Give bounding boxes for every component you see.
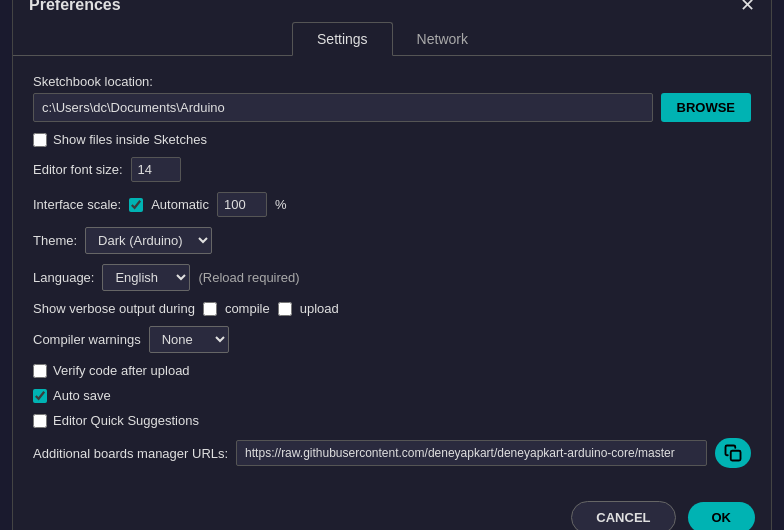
verbose-row: Show verbose output during compile uploa… [33, 301, 751, 316]
urls-row: Additional boards manager URLs: [33, 438, 751, 468]
urls-input[interactable] [236, 440, 707, 466]
font-size-input[interactable] [131, 157, 181, 182]
compiler-warnings-row: Compiler warnings None Default More All [33, 326, 751, 353]
footer: CANCEL OK [571, 501, 755, 530]
upload-checkbox[interactable] [278, 302, 292, 316]
preferences-dialog: Preferences ✕ Settings Network Sketchboo… [12, 0, 772, 530]
quick-suggestions-row: Editor Quick Suggestions [33, 413, 751, 428]
url-copy-button[interactable] [715, 438, 751, 468]
interface-scale-row: Interface scale: Automatic % [33, 192, 751, 217]
title-bar: Preferences ✕ [13, 0, 771, 22]
verify-label: Verify code after upload [53, 363, 190, 378]
cancel-button[interactable]: CANCEL [571, 501, 675, 530]
tab-network[interactable]: Network [393, 22, 492, 55]
compile-label: compile [225, 301, 270, 316]
sketchbook-label: Sketchbook location: [33, 74, 153, 89]
sketchbook-input[interactable] [33, 93, 653, 122]
autosave-label: Auto save [53, 388, 111, 403]
reload-note: (Reload required) [198, 270, 299, 285]
theme-select[interactable]: Dark (Arduino) Light System Default [85, 227, 212, 254]
dialog-title: Preferences [29, 0, 121, 14]
theme-row: Theme: Dark (Arduino) Light System Defau… [33, 227, 751, 254]
interface-scale-label: Interface scale: [33, 197, 121, 212]
compile-checkbox[interactable] [203, 302, 217, 316]
verbose-label: Show verbose output during [33, 301, 195, 316]
autosave-checkbox[interactable] [33, 389, 47, 403]
tabs-container: Settings Network [13, 22, 771, 56]
automatic-checkbox[interactable] [129, 198, 143, 212]
quick-suggestions-label: Editor Quick Suggestions [53, 413, 199, 428]
scale-value-input[interactable] [217, 192, 267, 217]
quick-suggestions-checkbox[interactable] [33, 414, 47, 428]
language-label: Language: [33, 270, 94, 285]
sketchbook-input-row: BROWSE [33, 93, 751, 122]
compiler-warnings-label: Compiler warnings [33, 332, 141, 347]
ok-button[interactable]: OK [688, 502, 756, 530]
scale-unit: % [275, 197, 287, 212]
autosave-row: Auto save [33, 388, 751, 403]
compiler-warnings-select[interactable]: None Default More All [149, 326, 229, 353]
verify-row: Verify code after upload [33, 363, 751, 378]
upload-label: upload [300, 301, 339, 316]
tab-settings[interactable]: Settings [292, 22, 393, 56]
verify-checkbox[interactable] [33, 364, 47, 378]
language-select[interactable]: English Deutsch Español Français [102, 264, 190, 291]
show-files-checkbox[interactable] [33, 133, 47, 147]
automatic-label: Automatic [151, 197, 209, 212]
language-row: Language: English Deutsch Español França… [33, 264, 751, 291]
settings-content: Sketchbook location: BROWSE Show files i… [13, 66, 771, 486]
show-files-row: Show files inside Sketches [33, 132, 751, 147]
font-size-label: Editor font size: [33, 162, 123, 177]
close-button[interactable]: ✕ [740, 0, 755, 14]
svg-rect-0 [731, 451, 741, 461]
browse-button[interactable]: BROWSE [661, 93, 752, 122]
show-files-label: Show files inside Sketches [53, 132, 207, 147]
sketchbook-row: Sketchbook location: BROWSE [33, 74, 751, 122]
urls-label: Additional boards manager URLs: [33, 446, 228, 461]
font-size-row: Editor font size: [33, 157, 751, 182]
theme-label: Theme: [33, 233, 77, 248]
